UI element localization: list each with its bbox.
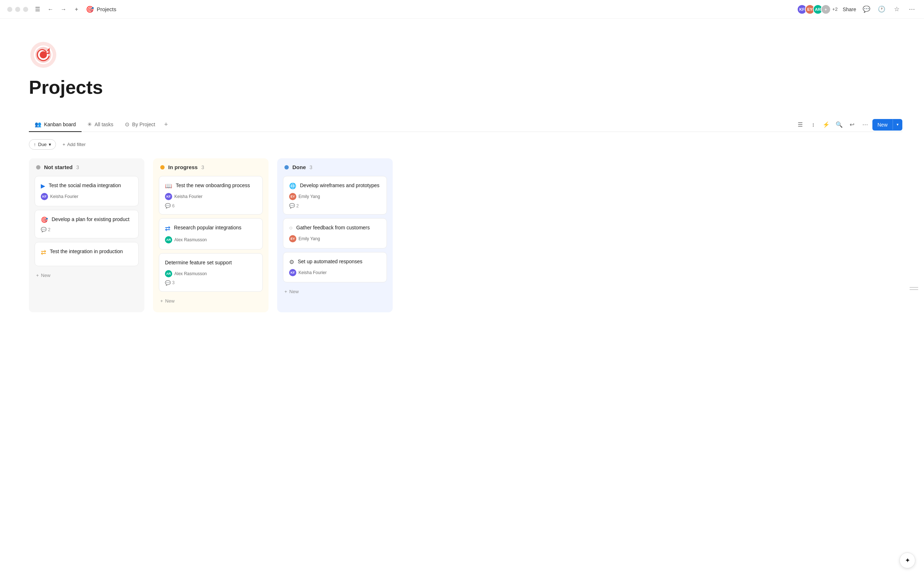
card-2-comments: 💬 2 xyxy=(41,227,132,232)
due-filter-chevron: ▾ xyxy=(49,142,51,147)
traffic-light-close[interactable] xyxy=(7,7,12,12)
card-5-assignee: Alex Rasmusson xyxy=(174,237,207,242)
menu-icon[interactable]: ☰ xyxy=(32,4,43,15)
card-3-title: Test the integration in production xyxy=(50,248,123,255)
card-5-title: Research popular integrations xyxy=(174,224,241,232)
card-test-social-media[interactable]: ▶ Test the social media integration KF K… xyxy=(35,176,139,206)
share-button[interactable]: Share xyxy=(843,6,856,12)
card-7-title-row: 🌐 Develop wireframes and prototypes xyxy=(289,182,381,189)
card-8-icon: ○ xyxy=(289,225,293,231)
card-gather-feedback[interactable]: ○ Gather feedback from customers EY Emil… xyxy=(283,218,387,248)
card-7-meta: EY Emily Yang xyxy=(289,193,381,200)
more-icon[interactable]: ⋯ xyxy=(907,4,917,15)
not-started-add-plus: + xyxy=(36,272,39,278)
by-project-tab-icon: ⊙ xyxy=(125,121,129,128)
card-8-title-row: ○ Gather feedback from customers xyxy=(289,224,381,232)
tab-by-project[interactable]: ⊙ By Project xyxy=(119,118,161,132)
card-test-integration[interactable]: ⇄ Test the integration in production xyxy=(35,242,139,266)
page-header: Projects xyxy=(29,19,902,118)
lightning-icon[interactable]: ⚡ xyxy=(821,119,832,131)
kanban-tab-icon: 👥 xyxy=(35,121,42,128)
not-started-add-new[interactable]: + New xyxy=(35,270,139,281)
add-filter-button[interactable]: + Add filter xyxy=(60,140,89,148)
card-automated-responses[interactable]: ⚙ Set up automated responses KF Keisha F… xyxy=(283,252,387,282)
new-button-label: New xyxy=(872,119,893,131)
card-9-meta: KF Keisha Fourier xyxy=(289,269,381,276)
forward-icon[interactable]: → xyxy=(58,4,69,15)
card-onboarding[interactable]: 📖 Test the new onboarding process KF Kei… xyxy=(159,176,263,214)
main-content: Projects 👥 Kanban board ✳ All tasks ⊙ By… xyxy=(0,0,924,327)
traffic-light-maximize[interactable] xyxy=(23,7,28,12)
card-5-title-row: ⇄ Research popular integrations xyxy=(165,224,257,233)
nav-icons: ☰ ← → + xyxy=(32,4,82,15)
add-filter-label: Add filter xyxy=(67,142,86,147)
card-6-title: Determine feature set support xyxy=(165,259,232,266)
star-icon[interactable]: ☆ xyxy=(892,4,901,15)
card-2-title-row: 🎯 Develop a plan for existing product xyxy=(41,216,132,223)
card-7-comment-count: 2 xyxy=(296,203,299,208)
chat-icon[interactable]: 💬 xyxy=(861,4,871,15)
sidebar-handle-line-1 xyxy=(909,287,918,288)
card-develop-plan[interactable]: 🎯 Develop a plan for existing product 💬 … xyxy=(35,210,139,239)
traffic-light-minimize[interactable] xyxy=(15,7,20,12)
undo-icon[interactable]: ↩ xyxy=(846,119,858,131)
card-8-meta: EY Emily Yang xyxy=(289,235,381,242)
add-tab-button[interactable]: + xyxy=(161,120,171,130)
card-8-title: Gather feedback from customers xyxy=(296,224,370,232)
kanban-tab-label: Kanban board xyxy=(44,121,76,127)
not-started-count: 3 xyxy=(76,164,79,170)
in-progress-add-label: New xyxy=(165,298,175,304)
traffic-lights xyxy=(7,7,28,12)
due-filter[interactable]: ↑ Due ▾ xyxy=(29,139,56,150)
card-6-meta: AR Alex Rasmusson xyxy=(165,270,257,277)
card-7-comments: 💬 2 xyxy=(289,203,381,208)
card-1-title-row: ▶ Test the social media integration xyxy=(41,182,132,189)
card-7-icon: 🌐 xyxy=(289,182,296,189)
column-done: Done 3 🌐 Develop wireframes and prototyp… xyxy=(277,158,393,312)
card-4-icon: 📖 xyxy=(165,182,172,189)
kanban-board: Not started 3 ▶ Test the social media in… xyxy=(29,158,902,312)
card-9-assignee: Keisha Fourier xyxy=(299,270,327,275)
card-4-comments: 💬 6 xyxy=(165,203,257,208)
card-9-icon: ⚙ xyxy=(289,259,294,266)
sidebar-handle[interactable] xyxy=(909,287,918,290)
card-5-meta: AR Alex Rasmusson xyxy=(165,236,257,243)
done-title: Done xyxy=(292,164,306,170)
search-icon[interactable]: 🔍 xyxy=(834,119,845,131)
due-filter-label: Due xyxy=(38,142,47,147)
card-9-title-row: ⚙ Set up automated responses xyxy=(289,258,381,266)
titlebar-title: 🎯 Projects xyxy=(86,5,116,13)
new-button[interactable]: New ▾ xyxy=(872,119,902,131)
card-9-title: Set up automated responses xyxy=(298,258,362,266)
tab-all-tasks[interactable]: ✳ All tasks xyxy=(82,118,119,132)
page-title: Projects xyxy=(29,76,902,98)
more-options-icon[interactable]: ⋯ xyxy=(859,119,871,131)
history-icon[interactable]: 🕐 xyxy=(876,4,887,15)
titlebar-right: KF EY AR + +2 Share 💬 🕐 ☆ ⋯ xyxy=(797,4,917,15)
card-7-title: Develop wireframes and prototypes xyxy=(300,182,380,189)
sort-icon[interactable]: ↕ xyxy=(808,119,819,131)
filter-icon[interactable]: ☰ xyxy=(795,119,806,131)
not-started-dot xyxy=(36,165,40,169)
all-tasks-tab-label: All tasks xyxy=(95,121,113,127)
fab-button[interactable]: ✦ xyxy=(900,553,915,568)
target-icon: 🎯 xyxy=(86,5,94,13)
column-header-done: Done 3 xyxy=(283,164,387,170)
card-4-meta: KF Keisha Fourier xyxy=(165,193,257,200)
in-progress-add-new[interactable]: + New xyxy=(159,295,263,306)
add-page-icon[interactable]: + xyxy=(71,4,82,15)
avatar-count: +2 xyxy=(832,6,838,12)
card-8-assignee: Emily Yang xyxy=(299,236,320,241)
card-research-integrations[interactable]: ⇄ Research popular integrations AR Alex … xyxy=(159,218,263,250)
back-icon[interactable]: ← xyxy=(45,4,56,15)
done-add-new[interactable]: + New xyxy=(283,286,387,297)
tab-kanban-board[interactable]: 👥 Kanban board xyxy=(29,118,82,132)
card-4-title-row: 📖 Test the new onboarding process xyxy=(165,182,257,189)
done-add-plus: + xyxy=(284,289,287,294)
column-not-started: Not started 3 ▶ Test the social media in… xyxy=(29,158,144,312)
card-2-comment-count: 2 xyxy=(48,227,50,232)
sidebar-handle-line-2 xyxy=(909,289,918,290)
new-button-chevron[interactable]: ▾ xyxy=(893,119,902,130)
card-wireframes[interactable]: 🌐 Develop wireframes and prototypes EY E… xyxy=(283,176,387,214)
card-feature-set[interactable]: Determine feature set support AR Alex Ra… xyxy=(159,253,263,292)
